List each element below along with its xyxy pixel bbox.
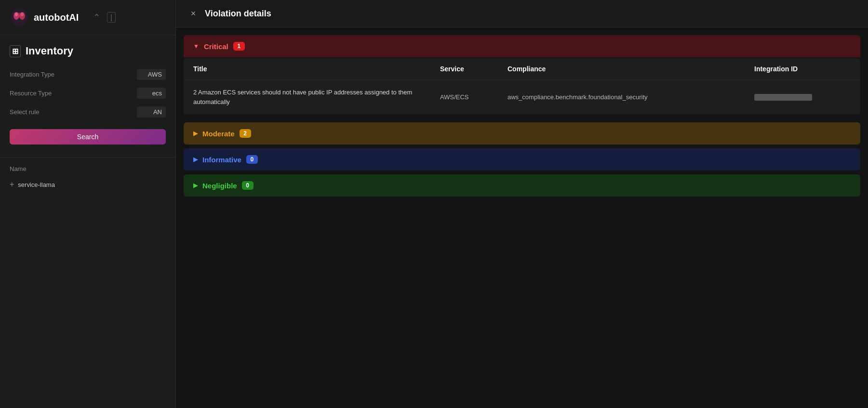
panel-title: Violation details: [205, 9, 271, 19]
inventory-title: ⊞ Inventory: [10, 45, 166, 57]
informative-badge: 0: [246, 155, 258, 164]
moderate-section: ▶ Moderate 2: [184, 122, 860, 145]
panel-content: ▼ Critical 1 Title Service Compliance In…: [176, 27, 868, 408]
informative-section: ▶ Informative 0: [184, 148, 860, 171]
violations-table: Title Service Compliance Integration ID …: [184, 58, 860, 115]
critical-label: Critical: [204, 42, 228, 51]
col-compliance: Compliance: [507, 65, 754, 73]
svg-rect-5: [18, 13, 21, 17]
nav-separator: |: [107, 12, 116, 23]
name-section: Name + service-llama: [0, 165, 175, 191]
negligible-badge: 0: [242, 181, 254, 190]
close-button[interactable]: ×: [187, 8, 199, 19]
main-panel: × Violation details ▼ Critical 1 Title S…: [176, 0, 868, 408]
informative-chevron-icon: ▶: [193, 156, 198, 163]
panel-header: × Violation details: [176, 0, 868, 27]
resource-name: service-llama: [18, 181, 55, 188]
negligible-label: Negligible: [202, 182, 237, 190]
col-integration-id: Integration ID: [754, 65, 851, 73]
critical-chevron-icon: ▼: [193, 43, 199, 50]
brand-name: autobotAI: [34, 12, 79, 23]
integration-type-value[interactable]: AWS: [137, 69, 166, 80]
resource-type-value[interactable]: ecs: [137, 88, 166, 99]
integration-type-label: Integration Type: [10, 71, 54, 78]
add-resource-icon: +: [10, 180, 14, 189]
name-label: Name: [10, 165, 166, 172]
chart-icon[interactable]: ⌃: [93, 12, 100, 23]
list-item[interactable]: + service-llama: [10, 178, 166, 191]
sidebar-header: autobotAI ⌃ |: [0, 0, 175, 35]
logo-icon: [10, 8, 29, 27]
negligible-section: ▶ Negligible 0: [184, 174, 860, 197]
moderate-badge: 2: [240, 129, 251, 138]
select-rule-label: Select rule: [10, 108, 39, 116]
critical-section: ▼ Critical 1 Title Service Compliance In…: [184, 35, 860, 118]
moderate-label: Moderate: [202, 130, 235, 138]
svg-point-4: [21, 13, 24, 16]
inventory-section: ⊞ Inventory Integration Type AWS Resourc…: [0, 35, 175, 149]
critical-header[interactable]: ▼ Critical 1: [184, 35, 860, 57]
moderate-header[interactable]: ▶ Moderate 2: [184, 122, 860, 145]
resource-type-label: Resource Type: [10, 90, 52, 97]
sidebar-divider: [0, 157, 175, 158]
integration-id-redacted: [754, 94, 812, 101]
sidebar: autobotAI ⌃ | ⊞ Inventory Integration Ty…: [0, 0, 176, 408]
row-title: 2 Amazon ECS services should not have pu…: [193, 88, 440, 106]
table-header: Title Service Compliance Integration ID: [184, 58, 860, 80]
critical-badge: 1: [233, 42, 245, 51]
svg-point-3: [15, 13, 18, 16]
moderate-chevron-icon: ▶: [193, 130, 198, 137]
search-button[interactable]: Search: [10, 129, 166, 145]
inventory-icon: ⊞: [10, 45, 21, 57]
negligible-chevron-icon: ▶: [193, 182, 198, 189]
resource-type-row: Resource Type ecs: [10, 88, 166, 99]
col-title: Title: [193, 65, 440, 73]
col-service: Service: [440, 65, 507, 73]
informative-header[interactable]: ▶ Informative 0: [184, 148, 860, 171]
select-rule-value[interactable]: AN: [137, 106, 166, 118]
select-rule-row: Select rule AN: [10, 106, 166, 118]
table-row: 2 Amazon ECS services should not have pu…: [184, 80, 860, 115]
informative-label: Informative: [202, 156, 241, 164]
negligible-header[interactable]: ▶ Negligible 0: [184, 174, 860, 197]
integration-type-row: Integration Type AWS: [10, 69, 166, 80]
row-integration-id: [754, 94, 851, 101]
row-service: AWS/ECS: [440, 93, 507, 101]
row-compliance: aws_compliance.benchmark.foundational_se…: [507, 93, 754, 101]
